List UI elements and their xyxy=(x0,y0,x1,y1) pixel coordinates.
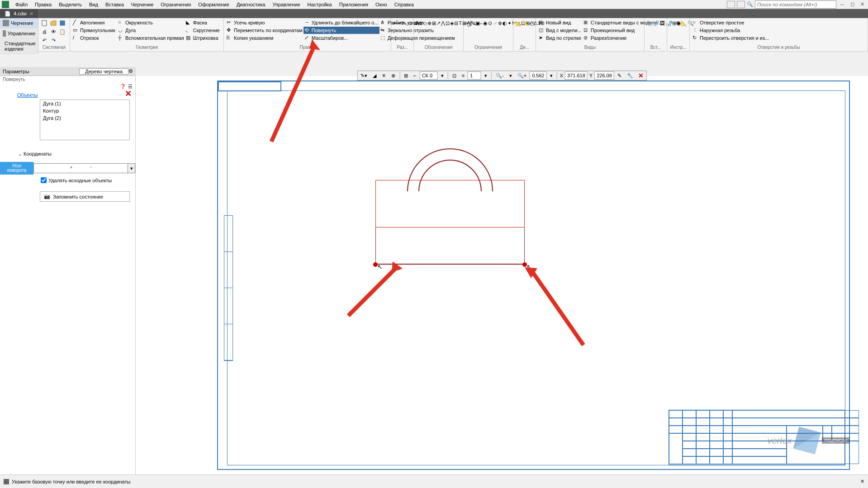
tool-copy[interactable]: ⎘Копия указанием xyxy=(226,34,304,42)
dim-3-icon[interactable]: ◡ xyxy=(405,19,410,27)
ct-layers-icon[interactable]: ≡ xyxy=(460,71,467,80)
close-button[interactable]: ✕ xyxy=(858,1,866,8)
con-5-icon[interactable]: ◉ xyxy=(483,19,488,27)
redo-icon[interactable]: ↷ xyxy=(49,36,57,44)
ct-grid-icon[interactable]: ⊞ xyxy=(402,71,410,80)
delete-src-checkbox[interactable] xyxy=(41,177,47,183)
con-3-icon[interactable]: ⊥ xyxy=(473,19,477,27)
annot-11-icon[interactable]: T xyxy=(459,19,462,27)
ct-cs-icon[interactable]: ⌐ xyxy=(411,71,418,80)
con-9-icon[interactable]: ◐ xyxy=(503,19,507,27)
ct-cs-input[interactable]: СК 0 xyxy=(420,71,438,80)
tab-document[interactable]: 📄 4.cdw ✕ xyxy=(0,9,38,18)
tree-tab[interactable]: Дерево чертежа xyxy=(79,68,128,75)
annot-10-icon[interactable]: ⊟ xyxy=(454,19,458,27)
angle-dropdown[interactable]: ▾ xyxy=(128,163,135,173)
minimize-button[interactable]: ─ xyxy=(838,1,846,8)
ct-x-value[interactable]: 371.618 xyxy=(565,71,588,80)
objects-link[interactable]: Объекты xyxy=(17,92,38,98)
ct-cs-drop[interactable]: ▾ xyxy=(439,71,446,80)
menu-help[interactable]: Справка xyxy=(391,1,417,8)
ct-zoom-in-icon[interactable]: 🔍+ xyxy=(515,71,529,80)
ct-zoom-out-icon[interactable]: 🔍- xyxy=(493,71,506,80)
params-close-icon[interactable]: ✕ xyxy=(125,89,132,99)
menu-view[interactable]: Вид xyxy=(85,1,102,8)
ct-snap3-icon[interactable]: ⊕ xyxy=(389,71,398,80)
tool-rect[interactable]: ▭Прямоугольник xyxy=(72,27,117,34)
con-2-icon[interactable]: ∥ xyxy=(470,19,472,27)
maximize-button[interactable]: ◻ xyxy=(848,1,856,8)
mode-std-parts[interactable]: Стандартные изделия xyxy=(0,39,38,54)
menu-edit[interactable]: Правка xyxy=(31,1,55,8)
annot-2-icon[interactable]: ▽ xyxy=(419,19,423,27)
con-7-icon[interactable]: ⟋ xyxy=(493,19,498,27)
tool-hatch[interactable]: ▨Штриховка xyxy=(185,34,230,42)
menu-settings[interactable]: Настройка xyxy=(304,1,336,8)
layout-1-icon[interactable] xyxy=(727,1,735,8)
tool-fillet[interactable]: ◟Скругление xyxy=(185,27,230,34)
menu-select[interactable]: Выделить xyxy=(55,1,85,8)
tool-rotate[interactable]: ⟲Повернуть xyxy=(304,27,379,34)
tab-close-icon[interactable]: ✕ xyxy=(29,11,33,17)
con-10-icon[interactable]: ✦ xyxy=(508,19,512,27)
tool-move[interactable]: ✥Переместить по координатам xyxy=(226,27,304,34)
annot-7-icon[interactable]: ⋀ xyxy=(441,19,445,27)
tool-hole-simple[interactable]: ○Отверстие простое xyxy=(692,19,770,26)
mode-manage[interactable]: Управление xyxy=(0,28,38,39)
con-4-icon[interactable]: — xyxy=(478,19,483,27)
menu-constraints[interactable]: Ограничения xyxy=(157,1,194,8)
annot-5-icon[interactable]: ⊞ xyxy=(432,19,436,27)
annot-9-icon[interactable]: ◈ xyxy=(450,19,454,27)
tool-scale[interactable]: ⤢Масштабиров... xyxy=(304,34,379,42)
command-search-input[interactable] xyxy=(755,0,836,9)
dim-4-icon[interactable]: ↕ xyxy=(410,19,413,27)
ins-3-icon[interactable]: 🖼 xyxy=(660,19,665,27)
save-icon[interactable] xyxy=(58,19,66,27)
list-item[interactable]: Дуга (1) xyxy=(40,100,129,107)
gear-icon[interactable]: ⚙ xyxy=(128,68,133,74)
tool-ext-thread[interactable]: ⋮Наружная резьба xyxy=(692,27,770,34)
tool-arc[interactable]: ◡Дуга xyxy=(117,27,185,34)
mode-drawing[interactable]: Черчение xyxy=(0,18,38,28)
undo-icon[interactable]: ↶ xyxy=(40,36,48,44)
menu-drawing[interactable]: Черчение xyxy=(128,1,157,8)
con-8-icon[interactable]: ⊗ xyxy=(498,19,502,27)
ct-zoom-d[interactable]: ▾ xyxy=(548,71,555,80)
drawing-canvas[interactable]: ✎▾ ◢ ✕ ⊕ ⊞ ⌐ СК 0 ▾ ⊡ ≡ 1 ▾ 🔍- ▾ 🔍+ 0.56… xyxy=(136,76,868,474)
tool-autoline[interactable]: ╱Автолиния xyxy=(72,19,117,26)
preview-icon[interactable]: 👁 xyxy=(49,28,57,36)
objects-list[interactable]: Дуга (1) Контур Дуга (2) xyxy=(40,99,130,140)
tool-new-view[interactable]: ⊞Новый вид xyxy=(538,19,583,26)
props-icon[interactable]: 📋 xyxy=(58,28,66,36)
ct-scale-drop[interactable]: ▾ xyxy=(482,71,489,80)
menu-manage[interactable]: Управление xyxy=(269,1,304,8)
diag-3-icon[interactable]: ✓ xyxy=(529,19,533,27)
annot-3-icon[interactable]: ◇ xyxy=(423,19,427,27)
open-icon[interactable] xyxy=(49,19,57,27)
tool-model-view[interactable]: ◫Вид с модели... xyxy=(538,27,583,34)
con-1-icon[interactable]: ═ xyxy=(465,19,469,27)
dim-2-icon[interactable]: ⟳ xyxy=(401,19,405,27)
dim-1-icon[interactable]: ⟷ xyxy=(393,19,400,27)
menu-window[interactable]: Окно xyxy=(372,1,391,8)
tool-b-icon[interactable]: ⚙ xyxy=(676,19,680,27)
annot-1-icon[interactable]: A xyxy=(416,19,419,27)
new-icon[interactable] xyxy=(40,19,48,27)
list-item[interactable]: Контур xyxy=(40,107,129,114)
ct-y-value[interactable]: 226.08 xyxy=(594,71,614,80)
tool-segment[interactable]: /Отрезок xyxy=(72,34,117,42)
status-close-icon[interactable]: ✕ xyxy=(860,479,864,484)
ct-snap1-icon[interactable]: ◢ xyxy=(370,71,379,80)
menu-format[interactable]: Оформление xyxy=(194,1,232,8)
ct-style-icon[interactable]: ✎▾ xyxy=(358,71,370,80)
menu-apps[interactable]: Приложения xyxy=(336,1,372,8)
diag-2-icon[interactable]: 📏 xyxy=(522,19,528,27)
tool-a-icon[interactable]: 🔧 xyxy=(669,19,675,27)
ct-snap2-icon[interactable]: ✕ xyxy=(379,71,388,80)
tool-arrow-view[interactable]: ➤Вид по стрелке xyxy=(538,34,583,42)
tool-chamfer[interactable]: ◣Фаска xyxy=(185,19,230,26)
ct-tool-icon[interactable]: 🔧 xyxy=(625,71,636,80)
layout-2-icon[interactable] xyxy=(737,1,745,8)
list-item[interactable]: Дуга (2) xyxy=(40,114,129,122)
print-icon[interactable]: 🖨 xyxy=(40,28,48,36)
